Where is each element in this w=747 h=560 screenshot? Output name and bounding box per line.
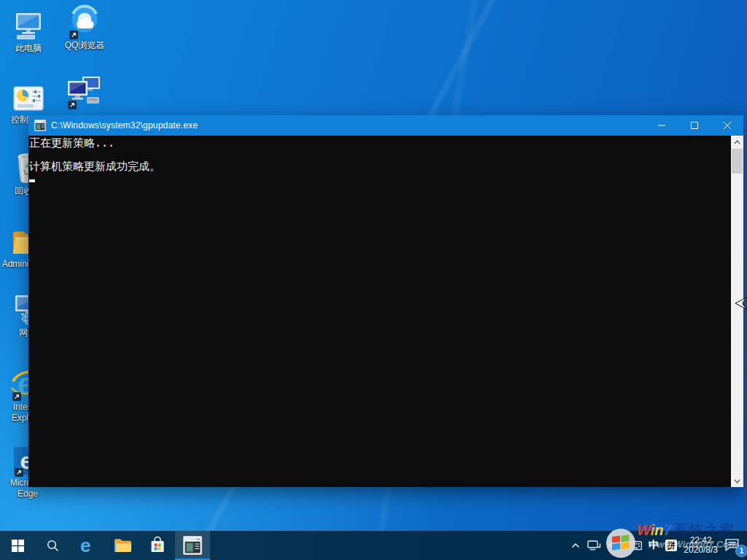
ime-language-indicator[interactable]: 中 xyxy=(649,539,659,552)
store-icon xyxy=(149,536,166,555)
console-cursor xyxy=(29,179,35,182)
taskbar-file-explorer-button[interactable] xyxy=(105,531,140,560)
network-computers-icon xyxy=(66,74,101,108)
ime-pinyin-indicator[interactable]: 拼 xyxy=(665,540,677,551)
minimize-button[interactable] xyxy=(645,115,678,136)
speaker-muted-icon xyxy=(608,540,621,551)
search-icon xyxy=(47,540,59,552)
desktop-icon-label: 此电脑 xyxy=(15,43,42,54)
window-title: C:\Windows\system32\gpupdate.exe xyxy=(51,120,645,131)
taskbar: e xyxy=(0,531,747,560)
edge-icon: e xyxy=(78,536,97,555)
keyboard-icon xyxy=(627,540,642,551)
taskbar-edge-button[interactable]: e xyxy=(70,531,105,560)
desktop-icon-network-computers[interactable] xyxy=(56,74,112,110)
action-center-button[interactable]: 1 xyxy=(724,537,742,553)
clock-date: 2020/8/3 xyxy=(684,545,718,555)
console-app-icon xyxy=(34,120,46,131)
volume-tray-button[interactable] xyxy=(608,540,621,551)
desktop: 此电脑 QQ浏览器 xyxy=(0,0,747,560)
scroll-down-icon[interactable] xyxy=(731,475,743,487)
control-panel-icon xyxy=(13,79,44,112)
console-line: 正在更新策略... xyxy=(29,137,731,149)
window-titlebar[interactable]: C:\Windows\system32\gpupdate.exe xyxy=(28,115,743,136)
vertical-scrollbar[interactable] xyxy=(731,136,743,487)
desktop-icon-label: QQ浏览器 xyxy=(65,40,105,51)
console-output[interactable]: 正在更新策略... 计算机策略更新成功完成。 xyxy=(28,136,731,487)
network-tray-button[interactable] xyxy=(587,540,601,551)
taskbar-clock[interactable]: 22:42 2020/8/3 xyxy=(684,536,718,555)
this-pc-icon xyxy=(14,7,43,41)
scrollbar-track[interactable] xyxy=(731,174,743,475)
show-hidden-icons-button[interactable] xyxy=(570,541,581,550)
notification-count-badge: 1 xyxy=(736,545,747,556)
maximize-button[interactable] xyxy=(678,115,711,136)
folder-icon xyxy=(114,537,132,553)
taskbar-store-button[interactable] xyxy=(140,531,175,560)
console-icon xyxy=(183,536,202,555)
touch-keyboard-button[interactable] xyxy=(627,540,642,551)
start-button[interactable] xyxy=(0,531,35,560)
desktop-icon-qq-browser[interactable]: QQ浏览器 xyxy=(57,4,112,51)
scrollbar-thumb[interactable] xyxy=(732,149,743,174)
desktop-icon-this-pc[interactable]: 此电脑 xyxy=(1,7,56,54)
system-tray: 中 拼 22:42 2020/8/3 1 xyxy=(570,531,747,560)
shortcut-arrow-icon xyxy=(69,29,78,38)
chevron-up-icon xyxy=(570,541,581,550)
windows-logo-icon xyxy=(12,540,24,552)
console-line xyxy=(29,149,731,160)
shortcut-arrow-icon xyxy=(68,99,77,108)
shortcut-arrow-icon xyxy=(12,391,21,400)
console-line: 计算机策略更新成功完成。 xyxy=(29,160,731,172)
scroll-up-icon[interactable] xyxy=(731,136,743,148)
svg-text:e: e xyxy=(80,536,90,555)
network-status-icon xyxy=(587,540,601,551)
close-button[interactable] xyxy=(711,115,743,136)
search-button[interactable] xyxy=(35,531,70,560)
shortcut-arrow-icon xyxy=(15,467,23,475)
gpupdate-console-window: C:\Windows\system32\gpupdate.exe 正在更新策略.… xyxy=(28,115,743,487)
qq-browser-icon xyxy=(68,4,101,38)
taskbar-command-prompt-button[interactable] xyxy=(175,531,210,560)
